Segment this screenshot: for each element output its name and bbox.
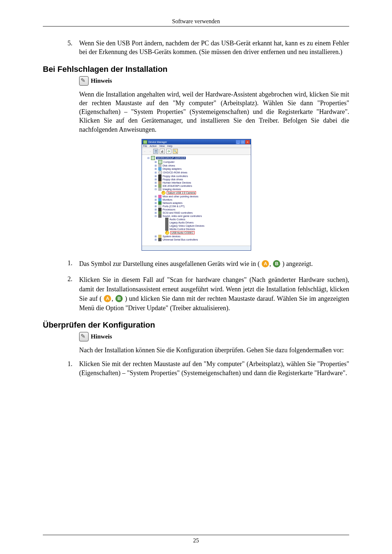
tree-node[interactable]: Computer [163,161,175,163]
figure-device-manager: Device Manager _ □ × File Action View He… [142,139,250,251]
list-number: 2. [43,275,79,312]
device-icon [158,201,162,205]
menu-view[interactable]: View [159,145,165,147]
toolbar-button[interactable]: 🖨 [160,149,165,154]
tree-sound[interactable]: Sound, video and game controllers [163,215,202,217]
list-number: 5. [43,39,79,57]
page: Software verwenden 5. Wenn Sie den USB P… [0,0,392,554]
list-number: 1. [43,360,79,377]
warning-icon [162,191,166,195]
tree-node[interactable]: Floppy disk controllers [163,175,188,177]
text-run: Das Symbol zur Darstellung eines ausgefa… [79,260,260,267]
tree-imaging[interactable]: Imaging devices [163,188,181,190]
sound-icon [158,214,162,218]
toolbar-button[interactable]: ☷ [153,149,158,154]
minimize-button[interactable]: _ [236,140,240,144]
menu-file[interactable]: File [143,145,147,147]
tree-node[interactable]: Floppy disk drives [163,178,183,181]
list-item-5: 5. Wenn Sie den USB Port ändern, nachdem… [43,39,349,57]
sound-child-icon [165,224,168,227]
tree-node[interactable]: Human Interface Devices [163,181,191,184]
tree-node[interactable]: Network adapters [163,202,183,204]
device-icon [158,171,162,175]
close-button[interactable]: × [245,140,250,144]
tree-node[interactable]: System devices [163,235,180,238]
menu-bar: File Action View Help [142,144,251,148]
device-icon [158,181,162,184]
device-icon [158,184,162,188]
device-icon [158,238,162,241]
device-icon [158,167,162,171]
header-rule [43,26,349,26]
device-icon [158,160,162,164]
section1-paragraph: Wenn die Installation angehalten wird, w… [79,90,349,134]
status-bar [142,246,251,250]
tree-root[interactable]: WORKGROUP-SERVER [156,157,186,159]
tree-node[interactable]: Media Control Devices [170,228,195,230]
section-heading-install-fail: Bei Fehlschlagen der Installation [43,65,349,74]
page-number: 25 [0,537,392,544]
tree-node[interactable]: Monitors [163,198,172,201]
list-item-2b: 2. Klicken Sie in diesem Fall auf "Scan … [43,275,349,312]
device-icon [158,211,162,214]
tree-node[interactable]: Legacy Audio Drivers [170,221,193,224]
footer-rule [43,535,349,535]
note-row: Hinweis [79,76,349,86]
tree-warn-camera[interactable]: Saturn USB 2.0 Camera [167,191,196,194]
tree-node[interactable]: Ports (COM & LPT) [163,205,185,208]
list-item-1b: 1. Das Symbol zur Darstellung eines ausg… [43,259,349,268]
tree-warn-audio[interactable]: USB Audio CODEC [170,231,195,234]
tree-node[interactable]: IDE ATA/ATAPI controllers [163,185,192,187]
tree-body: ⊟ WORKGROUP-SERVER ⊞ Computer⊞ Disk driv… [142,155,251,246]
list-body: Klicken Sie mit der rechten Maustaste au… [79,360,349,377]
sound-child-icon [165,218,168,221]
list-body: Das Symbol zur Darstellung eines ausgefa… [79,259,349,268]
list-body: Wenn Sie den USB Port ändern, nachdem de… [79,39,349,57]
forward-icon[interactable]: → [148,149,152,153]
window-title: Device Manager [148,141,167,143]
note-label: Hinweis [91,333,112,340]
back-icon[interactable]: ← [143,149,147,153]
window-titlebar: Device Manager _ □ × [142,139,251,144]
tree-node[interactable]: Universal Serial Bus controllers [163,238,198,241]
toolbar-button[interactable]: ⟳ [166,149,171,154]
device-icon [158,208,162,211]
tree-node[interactable]: Processors [163,208,175,211]
device-icon [158,235,162,238]
tree-node[interactable]: Audio Codecs [170,218,185,221]
menu-action[interactable]: Action [150,145,156,147]
menu-help[interactable]: Help [167,145,172,147]
tree-node[interactable]: SCSI and RAID controllers [163,212,193,214]
device-icon [158,178,162,181]
running-head: Software verwenden [43,18,349,25]
toolbar: ← → ☷ 🖨 ⟳ 🔍 [142,148,251,155]
badge-b-icon: B [273,260,280,267]
imaging-icon [158,188,162,191]
note-row: Hinweis [79,332,349,341]
text-run: ) angezeigt. [282,260,313,267]
note-icon [79,332,89,341]
badge-a-icon: A [262,260,269,267]
tree-node[interactable]: Mice and other pointing devices [163,195,198,198]
note-label: Hinweis [91,77,112,85]
toolbar-button[interactable]: 🔍 [173,149,178,154]
list-number: 1. [43,259,79,268]
warning-icon [165,231,169,235]
app-icon [143,140,147,144]
device-icon [158,195,162,198]
section-heading-check-config: Überprüfen der Konfiguration [43,320,349,330]
tree-node[interactable]: DVD/CD-ROM drives [163,171,187,174]
device-icon [158,175,162,178]
sound-child-icon [165,227,168,231]
badge-a-icon: A [104,295,111,302]
badge-b-icon: B [115,295,123,302]
maximize-button[interactable]: □ [241,140,245,144]
device-icon [158,198,162,201]
list-item-sec2-1: 1. Klicken Sie mit der rechten Maustaste… [43,360,349,377]
tree-node[interactable]: Legacy Video Capture Devices [170,225,204,227]
sound-child-icon [165,221,168,224]
note-icon [79,76,89,86]
tree-node[interactable]: Display adapters [163,168,181,170]
tree-node[interactable]: Disk drives [163,164,175,167]
section2-paragraph: Nach der Installation können Sie die Kon… [79,346,349,354]
